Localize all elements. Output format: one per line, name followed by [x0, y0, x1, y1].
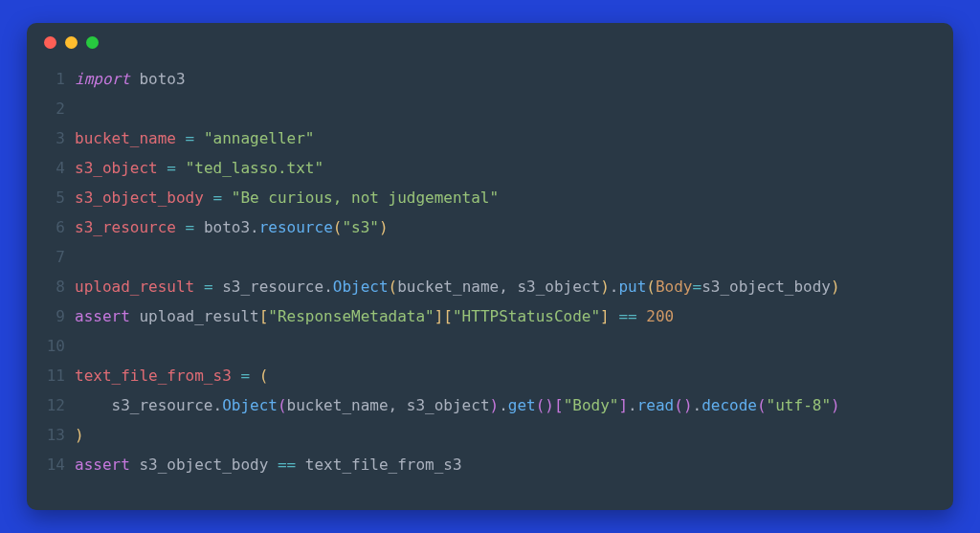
code-line: 13 ) — [36, 420, 932, 450]
code-line: 14 assert s3_object_body == text_file_fr… — [36, 450, 932, 479]
var-bucket-name: bucket_name — [75, 129, 176, 147]
code-editor[interactable]: 1 import boto3 2 3 bucket_name = "annage… — [27, 58, 953, 479]
line-number: 8 — [36, 272, 65, 301]
keyword-import: import — [75, 70, 130, 88]
minimize-icon[interactable] — [65, 36, 78, 49]
zoom-icon[interactable] — [86, 36, 99, 49]
line-number: 13 — [36, 420, 65, 450]
code-line: 11 text_file_from_s3 = ( — [36, 361, 932, 390]
line-number: 6 — [36, 212, 65, 242]
code-line: 3 bucket_name = "annageller" — [36, 123, 932, 153]
line-number: 7 — [36, 242, 65, 272]
line-number: 9 — [36, 301, 65, 331]
line-number: 3 — [36, 123, 65, 153]
code-line: 4 s3_object = "ted_lasso.txt" — [36, 153, 932, 183]
line-number: 2 — [36, 94, 65, 123]
code-line: 6 s3_resource = boto3.resource("s3") — [36, 212, 932, 242]
line-number: 10 — [36, 331, 65, 361]
close-icon[interactable] — [44, 36, 56, 49]
code-line: 5 s3_object_body = "Be curious, not judg… — [36, 183, 932, 212]
code-line: 10 — [36, 331, 932, 361]
code-window: 1 import boto3 2 3 bucket_name = "annage… — [27, 23, 953, 510]
code-line: 8 upload_result = s3_resource.Object(buc… — [36, 272, 932, 301]
string-literal: "annageller" — [204, 129, 315, 147]
code-line: 7 — [36, 242, 932, 272]
line-number: 11 — [36, 361, 65, 390]
code-line: 12 s3_resource.Object(bucket_name, s3_ob… — [36, 390, 932, 420]
code-line: 2 — [36, 94, 932, 123]
module-boto3: boto3 — [139, 70, 185, 88]
code-line: 9 assert upload_result["ResponseMetadata… — [36, 301, 932, 331]
window-controls — [27, 36, 953, 58]
line-number: 12 — [36, 390, 65, 420]
line-number: 5 — [36, 183, 65, 212]
line-number: 4 — [36, 153, 65, 183]
code-line: 1 import boto3 — [36, 64, 932, 94]
line-number: 1 — [36, 64, 65, 94]
line-number: 14 — [36, 450, 65, 479]
